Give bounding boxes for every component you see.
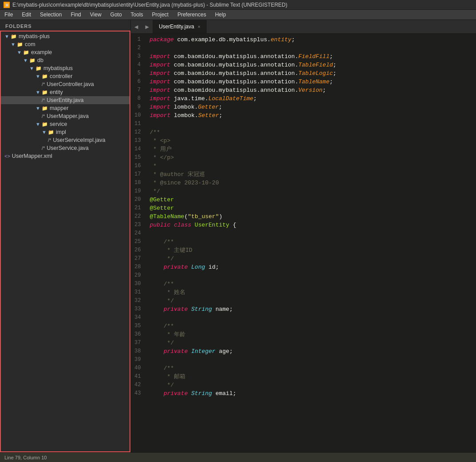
- line-content: [148, 271, 476, 280]
- line-content: [148, 313, 476, 322]
- code-line: 38 private Integer age;: [131, 347, 476, 356]
- code-line: 39: [131, 356, 476, 364]
- menu-item-find[interactable]: Find: [66, 11, 85, 19]
- tree-item[interactable]: ▼ 📁controller: [1, 72, 130, 80]
- tab-filename: UserEntity.java: [159, 23, 194, 30]
- menu-item-goto[interactable]: Goto: [106, 11, 126, 19]
- line-number: 36: [131, 330, 148, 339]
- code-line: 33 private String name;: [131, 305, 476, 313]
- tree-item[interactable]: ▼ 📁mapper: [1, 104, 130, 112]
- code-line: 23public class UserEntity {: [131, 221, 476, 229]
- tree-item[interactable]: ▼ 📁service: [1, 120, 130, 128]
- folder-icon: ▼ 📁: [35, 90, 48, 95]
- line-number: 31: [131, 288, 148, 297]
- line-content: */: [148, 254, 476, 263]
- line-number: 7: [131, 86, 148, 94]
- line-content: * 姓名: [148, 288, 476, 297]
- line-number: 27: [131, 254, 148, 263]
- code-line: 29: [131, 271, 476, 280]
- tab-prev-button[interactable]: ◀: [131, 20, 142, 33]
- java-file-icon: /*: [42, 114, 45, 119]
- tree-item[interactable]: ▼ 📁mybatis-plus: [1, 32, 130, 40]
- title-bar: ▣ E:\mybatis-plus\com\example\db\mybatis…: [0, 0, 476, 10]
- tab-close-button[interactable]: ×: [198, 24, 201, 29]
- tree-item[interactable]: /* UserServiceImpl.java: [1, 136, 130, 144]
- folder-icon: ▼ 📁: [17, 50, 29, 55]
- line-number: 9: [131, 103, 148, 111]
- tree-item[interactable]: ▼ 📁mybatisplus: [1, 64, 130, 72]
- menu-item-preferences[interactable]: Preferences: [173, 11, 211, 19]
- code-line: 37 */: [131, 339, 476, 347]
- tree-item[interactable]: ▼ 📁impl: [1, 128, 130, 136]
- line-number: 11: [131, 120, 148, 128]
- code-line: 4import com.baomidou.mybatisplus.annotat…: [131, 61, 476, 69]
- tree-item[interactable]: ▼ 📁entity: [1, 88, 130, 96]
- tree-item[interactable]: /* UserEntity.java: [1, 96, 130, 104]
- tree-label: example: [31, 49, 52, 55]
- line-number: 2: [131, 44, 148, 52]
- line-number: 23: [131, 221, 148, 229]
- menu-item-help[interactable]: Help: [211, 11, 231, 19]
- tab-userentity[interactable]: UserEntity.java ×: [153, 20, 207, 33]
- line-number: 16: [131, 162, 148, 170]
- menu-item-project[interactable]: Project: [148, 11, 173, 19]
- code-line: 34: [131, 313, 476, 322]
- line-content: import com.baomidou.mybatisplus.annotati…: [148, 69, 476, 78]
- line-content: */: [148, 187, 476, 196]
- tree-item[interactable]: ▼ 📁db: [1, 56, 130, 64]
- line-content: * 主键ID: [148, 246, 476, 254]
- tree-item[interactable]: <> UserMapper.xml: [1, 152, 130, 160]
- line-number: 30: [131, 280, 148, 288]
- line-content: package com.example.db.mybatisplus.entit…: [148, 35, 476, 44]
- folder-icon: ▼ 📁: [4, 34, 17, 39]
- line-number: 28: [131, 263, 148, 271]
- line-number: 22: [131, 212, 148, 221]
- tree-label: entity: [50, 89, 63, 95]
- code-line: 26 * 主键ID: [131, 246, 476, 254]
- line-number: 1: [131, 35, 148, 44]
- tree-label: mybatisplus: [43, 65, 73, 71]
- code-area[interactable]: 1package com.example.db.mybatisplus.enti…: [131, 34, 476, 452]
- tree-item[interactable]: ▼ 📁example: [1, 48, 130, 56]
- line-content: private String name;: [148, 305, 476, 313]
- line-number: 38: [131, 347, 148, 356]
- menu-item-file[interactable]: File: [0, 11, 17, 19]
- tree-item[interactable]: ▼ 📁com: [1, 40, 130, 48]
- folder-icon: ▼ 📁: [11, 42, 23, 47]
- code-line: 11: [131, 120, 476, 128]
- menu-item-view[interactable]: View: [86, 11, 106, 19]
- code-line: 14 * 用户: [131, 145, 476, 153]
- folder-icon: ▼ 📁: [29, 66, 42, 71]
- line-number: 40: [131, 364, 148, 372]
- menu-item-selection[interactable]: Selection: [35, 11, 66, 19]
- line-content: /**: [148, 322, 476, 330]
- menu-item-edit[interactable]: Edit: [17, 11, 35, 19]
- tree-item[interactable]: /* UserMapper.java: [1, 112, 130, 120]
- line-content: * </p>: [148, 153, 476, 162]
- tree-item[interactable]: /* UserService.java: [1, 144, 130, 152]
- line-number: 12: [131, 128, 148, 137]
- code-line: 2: [131, 44, 476, 52]
- tree-item[interactable]: /* UserController.java: [1, 80, 130, 88]
- code-line: 27 */: [131, 254, 476, 263]
- line-content: private String email;: [148, 389, 476, 398]
- menu-item-tools[interactable]: Tools: [126, 11, 148, 19]
- line-content: private Long id;: [148, 263, 476, 271]
- tree-label: UserEntity.java: [47, 97, 83, 103]
- java-file-icon: /*: [42, 82, 45, 87]
- code-line: 15 * </p>: [131, 153, 476, 162]
- line-number: 15: [131, 153, 148, 162]
- line-number: 21: [131, 204, 148, 212]
- code-line: 43 private String email;: [131, 389, 476, 398]
- line-content: import lombok.Setter;: [148, 111, 476, 120]
- line-number: 41: [131, 372, 148, 381]
- line-content: /**: [148, 128, 476, 137]
- line-number: 10: [131, 111, 148, 120]
- menu-bar: FileEditSelectionFindViewGotoToolsProjec…: [0, 10, 476, 20]
- line-content: public class UserEntity {: [148, 221, 476, 229]
- tree-label: db: [37, 57, 43, 63]
- line-content: import com.baomidou.mybatisplus.annotati…: [148, 78, 476, 86]
- tab-next-button[interactable]: ▶: [142, 20, 152, 33]
- sidebar: FOLDERS ▼ 📁mybatis-plus▼ 📁com▼ 📁example▼…: [0, 20, 131, 452]
- code-line: 28 private Long id;: [131, 263, 476, 271]
